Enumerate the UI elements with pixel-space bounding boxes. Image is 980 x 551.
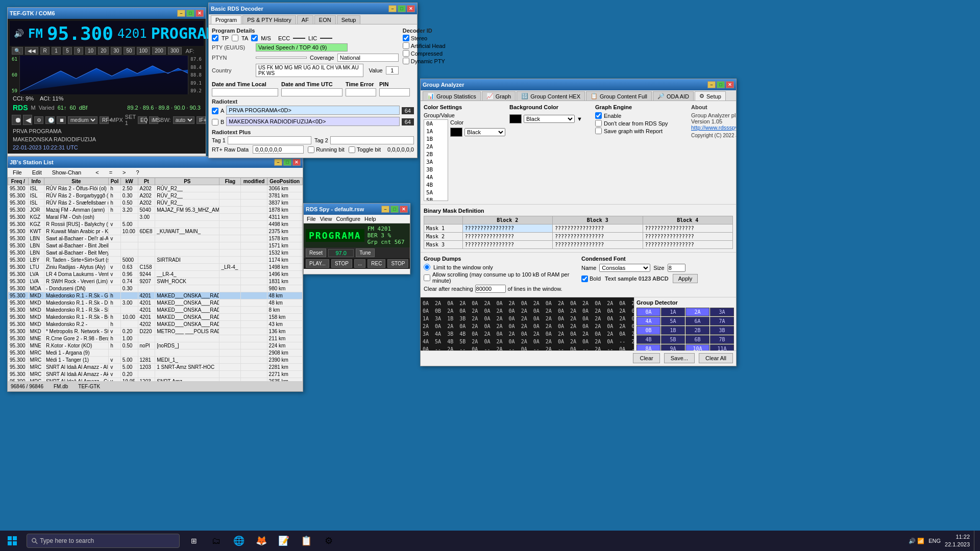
font-name-select[interactable]: Consolas Courier New Lucida Console	[599, 264, 650, 272]
groupan-tab-full[interactable]: 📋 Group Content Full	[586, 91, 652, 101]
tef-bw-select[interactable]: auto	[173, 116, 194, 124]
table-row[interactable]: 95.300KGZMaral FM - Osh (osh)3.004311 km	[8, 214, 303, 221]
tef-eq-btn[interactable]: EQ	[138, 116, 147, 124]
graph-dontclear-checkbox[interactable]	[595, 120, 602, 127]
table-row[interactable]: 95.300MKDMakedonsko R.1 - R.Sk - Boskija…	[8, 314, 303, 321]
table-row[interactable]: 95.300MRCMédi 1 - Tanger (1)v5.001281MED…	[8, 357, 303, 364]
station-nav-prev[interactable]: <	[93, 169, 101, 176]
table-row[interactable]: 95.300LVALR 4 Doma Laukums - Ventsapils …	[8, 271, 303, 278]
start-button[interactable]	[0, 531, 24, 551]
group-list[interactable]: 0A 1A 1B 2A 2B 3A 3B 4A 4B 5A 5B 6A	[424, 119, 448, 201]
rds-minimize-btn[interactable]: –	[388, 5, 397, 12]
tef-stop-btn[interactable]: ⏹	[57, 116, 66, 124]
rds-rtraw-input[interactable]	[253, 145, 304, 154]
about-url[interactable]: http://www.rdssspy.com/	[691, 124, 736, 131]
mask2-block4[interactable]: ????????????????	[643, 233, 733, 241]
mask2-block2[interactable]: ????????????????	[462, 233, 552, 241]
rds-tp-checkbox[interactable]	[212, 35, 218, 41]
taskbar-search-box[interactable]	[27, 534, 180, 548]
mask2-block3[interactable]: ????????????????	[553, 233, 643, 241]
groupan-close-btn[interactable]: ✕	[726, 81, 734, 88]
table-row[interactable]: 95.300MKDMakedonsko R.1 - R.Sk - Debar (…	[8, 299, 303, 307]
rds-maximize-btn[interactable]: □	[398, 5, 406, 12]
mask3-block3[interactable]: ????????????????	[553, 241, 643, 249]
tef-agc-icon[interactable]: ⚙	[34, 116, 43, 124]
groupan-tab-oda[interactable]: 🔎 ODA AID	[653, 91, 694, 101]
table-row[interactable]: 95.300MKD* Metropolis R. Network - Stp (…	[8, 328, 303, 335]
tef-r-btn[interactable]: R	[40, 47, 50, 55]
rds-tab-pspty[interactable]: PS & PTY History	[242, 15, 296, 24]
table-row[interactable]: 95.300LBNSawt al-Bachaer - Del'r al-Aach…	[8, 235, 303, 242]
table-row[interactable]: 95.300LVAR SWH Rock - Veveri (Lim)v0.749…	[8, 278, 303, 285]
station-maximize-btn[interactable]: □	[283, 159, 291, 166]
rds-rt-b-checkbox[interactable]	[212, 119, 218, 126]
table-row[interactable]: 95.300JORMazaj FM - Amman (amn)h3.205040…	[8, 207, 303, 214]
rds-time-error-input[interactable]	[346, 88, 376, 96]
table-row[interactable]: 95.300MKDMakedonsko R.1 - R.Sk - Skopje …	[8, 307, 303, 314]
tef-minimize-btn[interactable]: –	[177, 10, 185, 17]
station-nav-help[interactable]: ?	[134, 169, 141, 176]
rdspy-menu-view[interactable]: View	[320, 216, 332, 222]
rds-running-bit-checkbox[interactable]	[308, 146, 314, 153]
station-menu-file[interactable]: File	[11, 169, 24, 176]
rds-tab-af[interactable]: AF	[297, 15, 313, 24]
rds-date-local-input[interactable]	[212, 88, 278, 96]
table-row[interactable]: 95.300ISLRÚV Rás 2 - Ölfus-Flói (ol)h2.5…	[8, 185, 303, 192]
station-close-btn[interactable]: ✕	[292, 159, 301, 166]
table-row[interactable]: 95.300ISLRÚV Rás 2 - Borgarbyggð (ve)h0.…	[8, 192, 303, 199]
mask1-block3[interactable]: ????????????????	[553, 224, 643, 233]
rdspy-stop2-btn[interactable]: STOP	[387, 259, 408, 268]
rdspy-rec-btn[interactable]: REC	[368, 259, 385, 268]
groupan-tab-graph[interactable]: 📈 Graph	[482, 91, 516, 101]
tef-ims-btn[interactable]: iMS	[149, 116, 158, 124]
rdspy-menu-help[interactable]: Help	[364, 216, 376, 222]
tef-step-10-btn[interactable]: 10	[85, 47, 96, 55]
group-item-5a[interactable]: 5A	[424, 189, 448, 196]
table-row[interactable]: 95.300MRCSNRT Al Idaâ Al Amazz - Aknour …	[8, 371, 303, 378]
rdspy-stop-btn[interactable]: STOP	[331, 259, 352, 268]
table-row[interactable]: 95.300MRCMedi 1 - Argana (9)2908 km	[8, 349, 303, 357]
rds-tag1-input[interactable]	[228, 136, 311, 144]
tef-step-5-btn[interactable]: 5	[63, 47, 72, 55]
rds-stereo-checkbox[interactable]	[403, 35, 409, 41]
table-row[interactable]: 95.300MNER.Kotor - Kotor (KO)h0.50noPl[n…	[8, 342, 303, 349]
groupan-maximize-btn[interactable]: □	[717, 81, 725, 88]
taskbar-app5-btn[interactable]: 📝	[274, 531, 294, 551]
table-row[interactable]: 95.300KWTR Kuwait Main Arabic pr - Kuwai…	[8, 228, 303, 235]
tef-step-300-btn[interactable]: 300	[168, 47, 182, 55]
graph-savereport-checkbox[interactable]	[595, 128, 602, 134]
rdspy-freq-input[interactable]	[328, 249, 354, 257]
tef-step-1-btn[interactable]: 1	[52, 47, 61, 55]
tef-back2-btn[interactable]: ◀	[23, 115, 32, 125]
groupan-tab-stats[interactable]: 📊 Group Statistics	[423, 91, 481, 101]
tef-step-30-btn[interactable]: 30	[111, 47, 121, 55]
group-item-2a[interactable]: 2A	[424, 143, 448, 151]
tef-step-200-btn[interactable]: 200	[152, 47, 166, 55]
taskbar-app6-btn[interactable]: 📋	[296, 531, 316, 551]
groupan-tab-setup[interactable]: ⚙ Setup	[695, 91, 726, 101]
groupan-tab-hex[interactable]: 🔢 Group Content HEX	[517, 91, 585, 101]
station-table-container[interactable]: Freq / Info Site Pol kW Pt PS Flag modif…	[8, 178, 303, 382]
table-row[interactable]: 95.300LBNSawt al-Bachaer - Bint Jbeil (n…	[8, 242, 303, 249]
groupan-clearall-btn[interactable]: Clear All	[699, 353, 733, 363]
table-row[interactable]: 95.300LTUZiniu Radijas - Alytus (Aly)v0.…	[8, 264, 303, 271]
taskbar-task-view-btn[interactable]: ⊞	[184, 531, 204, 551]
tef-rf-plus-btn[interactable]: RF+	[100, 116, 109, 124]
rdspy-menu-configure[interactable]: Configure	[336, 216, 360, 222]
rdspy-close-btn[interactable]: ✕	[400, 206, 408, 213]
font-bold-checkbox[interactable]	[581, 276, 588, 282]
rds-pin-input[interactable]	[379, 88, 410, 96]
rds-ta-checkbox[interactable]	[232, 35, 238, 41]
tef-recs-btn[interactable]: ⏺	[12, 115, 21, 125]
group-item-3a[interactable]: 3A	[424, 158, 448, 166]
bg-color-dropdown[interactable]: Black White Dark Gray	[524, 115, 575, 123]
table-row[interactable]: 95.300MKDMakedonsko R.2 - h4202MAKED___O…	[8, 321, 303, 328]
mask3-block2[interactable]: ????????????????	[462, 241, 552, 249]
rds-tab-eon[interactable]: EON	[314, 15, 336, 24]
rds-arthead-checkbox[interactable]	[403, 42, 409, 49]
group-item-2b[interactable]: 2B	[424, 151, 448, 158]
mask1-block4[interactable]: ????????????????	[643, 224, 733, 233]
mask1-block2[interactable]: ????????????????	[462, 224, 552, 233]
tef-search-btn[interactable]: 🔍	[12, 47, 23, 55]
tef-timer-btn[interactable]: 🕐	[45, 116, 55, 124]
